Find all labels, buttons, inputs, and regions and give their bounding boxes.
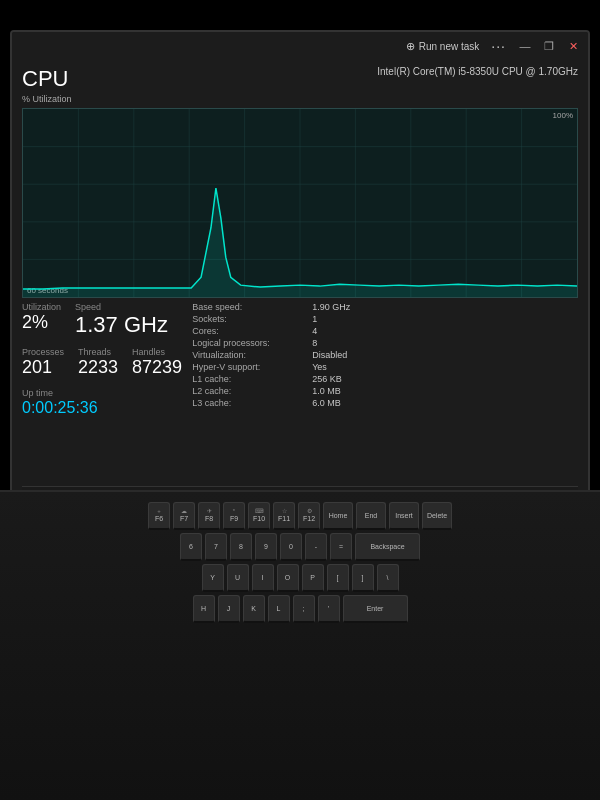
- key-f12[interactable]: ⚙F12: [298, 502, 320, 530]
- uptime-label: Up time: [22, 388, 182, 398]
- stats-section: Utilization 2% Speed 1.37 GHz Processes …: [22, 302, 578, 423]
- handles-label: Handles: [132, 347, 182, 357]
- task-manager-window: ⊕ Run new task ··· — ❐ ✕ CPU % Utilizati…: [10, 30, 590, 520]
- handles-value: 87239: [132, 358, 182, 378]
- info-val: 1: [312, 314, 317, 324]
- key-l[interactable]: L: [268, 595, 290, 623]
- key-backslash[interactable]: \: [377, 564, 399, 592]
- info-key: Hyper-V support:: [192, 362, 312, 372]
- key-f7[interactable]: ☁F7: [173, 502, 195, 530]
- more-options[interactable]: ···: [491, 38, 506, 54]
- processes-value: 201: [22, 358, 64, 378]
- key-9[interactable]: 9: [255, 533, 277, 561]
- cpu-model: Intel(R) Core(TM) i5-8350U CPU @ 1.70GHz: [377, 66, 578, 77]
- stats-left: Utilization 2% Speed 1.37 GHz Processes …: [22, 302, 182, 423]
- info-key: Virtualization:: [192, 350, 312, 360]
- number-row: 6 7 8 9 0 - = Backspace: [12, 533, 588, 561]
- key-minus[interactable]: -: [305, 533, 327, 561]
- speed-label: Speed: [75, 302, 168, 312]
- info-row: L3 cache: 6.0 MB: [192, 398, 578, 408]
- key-8[interactable]: 8: [230, 533, 252, 561]
- top-info-row: CPU % Utilization Intel(R) Core(TM) i5-8…: [22, 66, 578, 104]
- maximize-button[interactable]: ❐: [542, 40, 556, 53]
- speed-value: 1.37 GHz: [75, 313, 168, 337]
- info-val: 256 KB: [312, 374, 342, 384]
- key-end[interactable]: End: [356, 502, 386, 530]
- title-bar: ⊕ Run new task ··· — ❐ ✕: [12, 32, 588, 60]
- key-f9[interactable]: *F9: [223, 502, 245, 530]
- info-key: L2 cache:: [192, 386, 312, 396]
- qwerty-row: Y U I O P [ ] \: [12, 564, 588, 592]
- cpu-chart: 100% 60 seconds: [22, 108, 578, 298]
- processes-label: Processes: [22, 347, 64, 357]
- info-row: Cores: 4: [192, 326, 578, 336]
- info-val: 8: [312, 338, 317, 348]
- info-val: 1.0 MB: [312, 386, 341, 396]
- key-o[interactable]: O: [277, 564, 299, 592]
- info-key: Base speed:: [192, 302, 312, 312]
- key-quote[interactable]: ': [318, 595, 340, 623]
- keyboard: +F6 ☁F7 ✈F8 *F9 ⌨F10 ☆F11 ⚙F12 Home End …: [0, 490, 600, 800]
- info-row: Hyper-V support: Yes: [192, 362, 578, 372]
- info-key: L1 cache:: [192, 374, 312, 384]
- speed-stat: Speed 1.37 GHz: [75, 302, 168, 337]
- key-j[interactable]: J: [218, 595, 240, 623]
- key-h[interactable]: H: [193, 595, 215, 623]
- info-key: Logical processors:: [192, 338, 312, 348]
- key-f11[interactable]: ☆F11: [273, 502, 295, 530]
- keyboard-rows: +F6 ☁F7 ✈F8 *F9 ⌨F10 ☆F11 ⚙F12 Home End …: [0, 492, 600, 623]
- key-insert[interactable]: Insert: [389, 502, 419, 530]
- key-i[interactable]: I: [252, 564, 274, 592]
- key-p[interactable]: P: [302, 564, 324, 592]
- key-f6[interactable]: +F6: [148, 502, 170, 530]
- info-val: 6.0 MB: [312, 398, 341, 408]
- key-delete[interactable]: Delete: [422, 502, 452, 530]
- key-lbracket[interactable]: [: [327, 564, 349, 592]
- info-row: Virtualization: Disabled: [192, 350, 578, 360]
- key-equals[interactable]: =: [330, 533, 352, 561]
- minimize-button[interactable]: —: [518, 40, 532, 52]
- key-home[interactable]: Home: [323, 502, 353, 530]
- info-val: Disabled: [312, 350, 347, 360]
- fn-row: +F6 ☁F7 ✈F8 *F9 ⌨F10 ☆F11 ⚙F12 Home End …: [12, 502, 588, 530]
- home-row: H J K L ; ' Enter: [12, 595, 588, 623]
- cpu-info-table: Base speed: 1.90 GHz Sockets: 1 Cores: 4…: [192, 302, 578, 423]
- key-u[interactable]: U: [227, 564, 249, 592]
- info-val: 4: [312, 326, 317, 336]
- page-title: CPU: [22, 66, 72, 92]
- run-icon: ⊕: [406, 40, 415, 53]
- util-label: Utilization: [22, 302, 61, 312]
- info-key: Sockets:: [192, 314, 312, 324]
- info-val: 1.90 GHz: [312, 302, 350, 312]
- handles-stat: Handles 87239: [132, 347, 182, 378]
- window-controls: — ❐ ✕: [518, 40, 580, 53]
- info-row: Base speed: 1.90 GHz: [192, 302, 578, 312]
- key-enter[interactable]: Enter: [343, 595, 408, 623]
- key-backspace[interactable]: Backspace: [355, 533, 420, 561]
- utilization-stat: Utilization 2%: [22, 302, 61, 337]
- utilization-label: % Utilization: [22, 94, 72, 104]
- util-speed-row: Utilization 2% Speed 1.37 GHz: [22, 302, 182, 343]
- key-semicolon[interactable]: ;: [293, 595, 315, 623]
- cpu-chart-svg: [23, 109, 577, 297]
- key-y[interactable]: Y: [202, 564, 224, 592]
- uptime-stat: Up time 0:00:25:36: [22, 388, 182, 417]
- util-value: 2%: [22, 313, 61, 333]
- processes-stat: Processes 201: [22, 347, 64, 378]
- info-key: Cores:: [192, 326, 312, 336]
- key-0[interactable]: 0: [280, 533, 302, 561]
- threads-stat: Threads 2233: [78, 347, 118, 378]
- threads-label: Threads: [78, 347, 118, 357]
- key-rbracket[interactable]: ]: [352, 564, 374, 592]
- key-f10[interactable]: ⌨F10: [248, 502, 270, 530]
- proc-thread-handle-row: Processes 201 Threads 2233 Handles 87239: [22, 347, 182, 384]
- key-k[interactable]: K: [243, 595, 265, 623]
- key-f8[interactable]: ✈F8: [198, 502, 220, 530]
- info-row: Logical processors: 8: [192, 338, 578, 348]
- info-row: Sockets: 1: [192, 314, 578, 324]
- run-new-task-button[interactable]: ⊕ Run new task: [406, 40, 480, 53]
- info-row: L1 cache: 256 KB: [192, 374, 578, 384]
- key-7[interactable]: 7: [205, 533, 227, 561]
- close-button[interactable]: ✕: [566, 40, 580, 53]
- key-6[interactable]: 6: [180, 533, 202, 561]
